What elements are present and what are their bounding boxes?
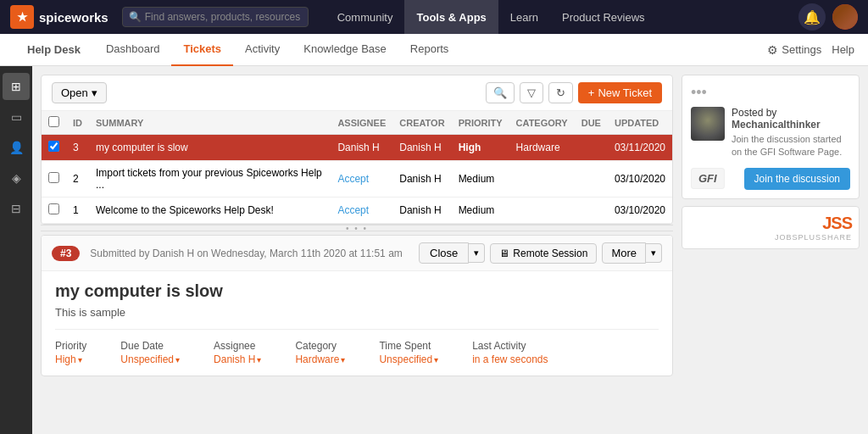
row-checkbox[interactable] [48,203,59,214]
table-row[interactable]: 1 Welcome to the Spiceworks Help Desk! A… [42,198,672,224]
sidebar-item-monitor[interactable]: ▭ [3,103,30,131]
tab-tickets[interactable]: Tickets [171,34,233,66]
row-due [575,135,608,161]
row-assignee: Accept [331,198,392,224]
meta-time-value[interactable]: Unspecified ▾ [379,353,438,365]
meta-assignee-label: Assignee [214,340,261,352]
meta-activity-value: in a few seconds [472,353,548,365]
table-row[interactable]: 2 Import tickets from your previous Spic… [42,161,672,198]
remote-session-label: Remote Session [513,248,587,259]
meta-last-activity: Last Activity in a few seconds [472,340,548,365]
row-checkbox-cell [42,161,66,198]
new-ticket-button[interactable]: + New Ticket [578,82,662,103]
meta-priority-text: High [55,353,76,365]
new-ticket-label: New Ticket [598,86,652,99]
tab-reports[interactable]: Reports [398,34,461,66]
tag-icon: ◈ [12,171,21,185]
filter-button[interactable]: ▽ [520,82,543,103]
sidebar-item-tag[interactable]: ◈ [3,164,30,192]
nav-tools-apps[interactable]: Tools & Apps [404,0,498,34]
bell-icon[interactable]: 🔔 [798,3,826,31]
col-creator: CREATOR [392,111,451,135]
row-priority: Medium [452,161,509,198]
meta-assignee-arrow: ▾ [257,355,261,364]
refresh-icon: ↻ [556,86,565,99]
row-id: 1 [66,198,89,224]
monitor-icon: 🖥 [499,248,509,259]
meta-category-arrow: ▾ [341,355,345,364]
remote-session-button[interactable]: 🖥 Remote Session [490,243,597,264]
row-summary: my computer is slow [89,135,331,161]
avatar[interactable] [832,4,858,30]
more-button[interactable]: More [602,242,646,264]
ticket-id-badge: #3 [52,246,80,261]
close-btn-group: Close ▾ [419,242,485,264]
select-all-checkbox[interactable] [48,116,59,127]
row-updated: 03/10/2020 [608,198,672,224]
ticket-title: my computer is slow [55,281,659,301]
meta-category-value[interactable]: Hardware ▾ [295,353,345,365]
join-discussion-button[interactable]: Join the discussion [744,168,850,190]
sidebar-item-person[interactable]: 👤 [3,134,30,161]
refresh-button[interactable]: ↻ [548,82,573,103]
nav-community[interactable]: Community [326,0,405,34]
col-checkbox [42,111,66,135]
search-input[interactable] [122,7,309,27]
meta-due-arrow: ▾ [175,355,180,364]
open-filter-dropdown[interactable]: Open ▾ [52,82,107,103]
nav-product-reviews[interactable]: Product Reviews [550,0,657,34]
row-summary: Import tickets from your previous Spicew… [89,161,331,198]
accept-link[interactable]: Accept [337,204,369,216]
ad-author-prefix: Posted by [732,107,776,119]
ad-logo-area: GFI Join the discussion [691,168,850,190]
meta-time-arrow: ▾ [434,355,438,364]
gfi-logo: GFI [691,168,725,189]
table-row[interactable]: 3 my computer is slow Danish H Danish H … [42,135,672,161]
row-assignee: Accept [331,161,392,198]
help-link[interactable]: Help [832,43,854,56]
sidebar-item-grid[interactable]: ⊟ [3,195,30,222]
jss-sub: JOBSPLUSSHARE [775,233,852,242]
accept-link[interactable]: Accept [337,173,369,185]
meta-priority-value[interactable]: High ▾ [55,353,86,365]
search-tickets-button[interactable]: 🔍 [486,82,515,103]
sidebar-item-filter[interactable]: ⊞ [3,73,30,100]
filter-icon: ⊞ [11,80,21,93]
row-category: Hardware [509,135,575,161]
col-assignee: ASSIGNEE [331,111,392,135]
top-nav-right: 🔔 [798,3,858,31]
search-wrap: 🔍 [122,7,309,27]
row-updated: 03/11/2020 [608,135,672,161]
ad-avatar [691,107,725,141]
helpdesk-section[interactable]: Help Desk [14,34,94,66]
meta-assignee-text: Danish H [214,353,255,365]
row-checkbox-cell [42,198,66,224]
meta-due-date: Due Date Unspecified ▾ [120,340,180,365]
resize-handle[interactable]: • • • [41,225,673,231]
ad-card-dots: ••• [691,84,850,102]
row-checkbox[interactable] [48,141,59,152]
nav-learn[interactable]: Learn [498,0,550,34]
filter-icon: ▽ [527,86,536,99]
row-checkbox[interactable] [48,172,59,183]
tab-knowledge-base[interactable]: Knowledge Base [292,34,398,66]
ticket-table-container: Open ▾ 🔍 ▽ ↻ + [41,75,673,225]
meta-due-value[interactable]: Unspecified ▾ [120,353,180,365]
tab-activity[interactable]: Activity [233,34,292,66]
tab-dashboard[interactable]: Dashboard [94,34,172,66]
col-category: CATEGORY [509,111,575,135]
meta-assignee-value[interactable]: Danish H ▾ [214,353,261,365]
col-summary: SUMMARY [89,111,331,135]
jss-logo: JSS JOBSPLUSSHARE [775,214,852,242]
table-header-row: ID SUMMARY ASSIGNEE CREATOR PRIORITY CAT… [42,111,672,135]
close-ticket-dropdown[interactable]: ▾ [469,243,485,263]
meta-activity-label: Last Activity [472,340,548,352]
close-ticket-button[interactable]: Close [419,242,469,264]
secondary-nav: Help Desk Dashboard Tickets Activity Kno… [0,34,868,66]
settings-link[interactable]: ⚙ Settings [767,43,821,57]
logo-area[interactable]: ★ spiceworks [10,5,108,29]
row-due [575,161,608,198]
top-nav-links: Community Tools & Apps Learn Product Rev… [326,0,795,34]
more-dropdown[interactable]: ▾ [646,243,662,263]
plus-icon: + [588,86,595,99]
